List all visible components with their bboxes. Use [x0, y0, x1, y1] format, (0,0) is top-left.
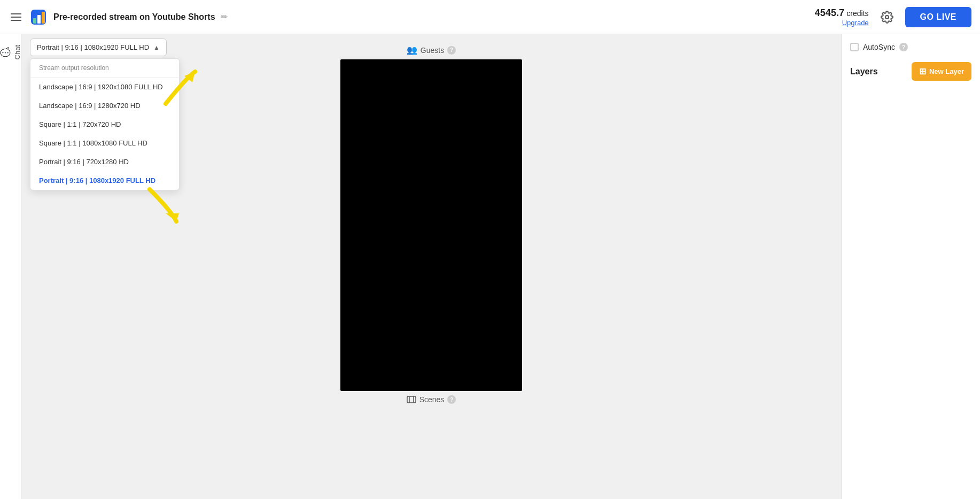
chevron-up-icon: ▲ [153, 44, 160, 51]
resolution-option-5[interactable]: Portrait | 9:16 | 1080x1920 FULL HD [30, 171, 179, 190]
resolution-option-4[interactable]: Portrait | 9:16 | 720x1280 HD [30, 152, 179, 171]
center-area: Portrait | 9:16 | 1080x1920 FULL HD ▲ St… [21, 34, 841, 499]
preview-canvas [340, 59, 522, 391]
resolution-dropdown: Stream output resolution Landscape | 16:… [30, 58, 180, 190]
chat-label: Chat [13, 45, 21, 59]
guests-icon: 👥 [407, 45, 417, 55]
autosync-row: AutoSync ? [850, 43, 971, 51]
svg-rect-2 [37, 15, 41, 24]
plus-icon: ⊞ [919, 66, 926, 76]
app-title: Pre-recorded stream on Youtube Shorts [53, 12, 215, 22]
guests-help-icon[interactable]: ? [447, 46, 456, 55]
resolution-option-1[interactable]: Landscape | 16:9 | 1280x720 HD [30, 96, 179, 115]
scenes-bar: Scenes ? [407, 395, 456, 404]
layers-header: Layers ⊞ New Layer [850, 62, 971, 81]
main-layout: 💬 Chat Portrait | 9:16 | 1080x1920 FULL … [0, 34, 980, 499]
header-left: Pre-recorded stream on Youtube Shorts ✏ [9, 7, 808, 27]
arrow-bottom-decoration [144, 184, 187, 229]
resolution-option-3[interactable]: Square | 1:1 | 1080x1080 FULL HD [30, 134, 179, 152]
autosync-checkbox[interactable] [850, 43, 859, 51]
left-sidebar: 💬 Chat [0, 34, 21, 499]
guests-bar: 👥 Guests ? [407, 45, 456, 55]
new-layer-button[interactable]: ⊞ New Layer [912, 62, 971, 81]
autosync-label: AutoSync [863, 43, 895, 51]
svg-rect-3 [42, 12, 45, 24]
right-panel: AutoSync ? Layers ⊞ New Layer ? Auto Lay… [841, 34, 980, 499]
svg-rect-7 [407, 396, 416, 403]
go-live-button[interactable]: GO LIVE [905, 7, 971, 27]
credits-block: 4545.7 credits Upgrade [815, 7, 869, 27]
svg-marker-6 [166, 213, 179, 221]
resolution-button[interactable]: Portrait | 9:16 | 1080x1920 FULL HD ▲ [30, 39, 167, 56]
layers-title: Layers [850, 67, 878, 76]
chat-icon: 💬 [0, 47, 10, 58]
resolution-option-0[interactable]: Landscape | 16:9 | 1920x1080 FULL HD [30, 78, 179, 96]
svg-point-4 [885, 16, 889, 19]
credits-amount: 4545.7 [815, 7, 844, 18]
svg-marker-5 [184, 72, 195, 82]
upgrade-link[interactable]: Upgrade [815, 19, 869, 27]
dropdown-header: Stream output resolution [30, 59, 179, 78]
autosync-help-icon[interactable]: ? [899, 43, 908, 51]
scenes-help-icon[interactable]: ? [447, 395, 456, 404]
chat-sidebar-button[interactable]: 💬 Chat [0, 39, 21, 66]
new-layer-label: New Layer [929, 67, 964, 75]
resolution-selector: Portrait | 9:16 | 1080x1920 FULL HD ▲ St… [30, 39, 167, 56]
credits-label: credits [846, 9, 868, 18]
svg-rect-1 [33, 18, 36, 24]
header: Pre-recorded stream on Youtube Shorts ✏ … [0, 0, 980, 34]
header-right: 4545.7 credits Upgrade GO LIVE [815, 7, 971, 27]
resolution-current-value: Portrait | 9:16 | 1080x1920 FULL HD [37, 43, 149, 51]
app-logo [29, 7, 48, 27]
guests-label: Guests [421, 46, 444, 55]
menu-icon[interactable] [9, 11, 24, 23]
edit-title-icon[interactable]: ✏ [221, 12, 228, 22]
resolution-option-2[interactable]: Square | 1:1 | 720x720 HD [30, 115, 179, 134]
scenes-label: Scenes [419, 395, 445, 404]
settings-icon[interactable] [877, 7, 897, 27]
